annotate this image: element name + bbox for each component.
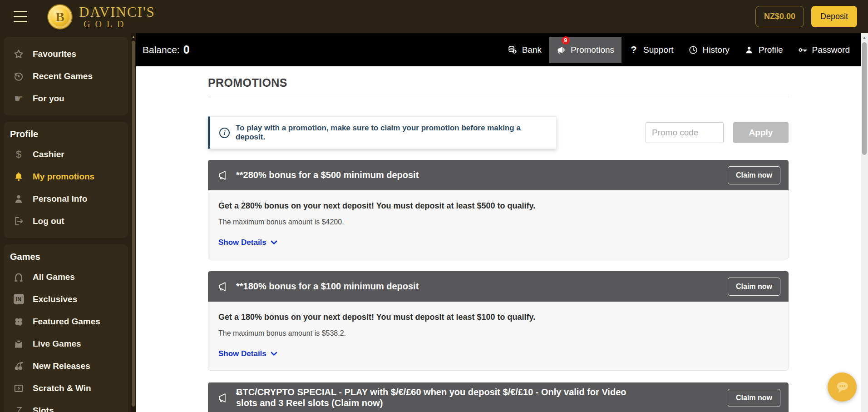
account-nav-bar: Balance: 0 Bank 9 P [136, 33, 861, 66]
nav-item-history[interactable]: History [681, 37, 737, 63]
scratch-ticket-icon [12, 383, 25, 394]
promotion-card-body: Get a 180% bonus on your next deposit! Y… [208, 302, 789, 371]
promotion-card-header: **280% bonus for a $500 minimum deposit … [208, 160, 789, 190]
sidebar-group-games: Games All Games IN Exclusives [4, 244, 128, 412]
sidebar-item-all-games[interactable]: All Games [4, 266, 128, 288]
deposit-button[interactable]: Deposit [811, 6, 857, 27]
balance-value: 0 [183, 43, 190, 56]
page-scrollbar-thumb[interactable] [862, 42, 867, 155]
claim-now-button[interactable]: Claim now [728, 389, 780, 407]
nav-item-profile[interactable]: Profile [737, 37, 790, 63]
nav-item-support[interactable]: ? Support [621, 37, 681, 63]
sidebar-group-quicklinks: Favourites Recent Games ☛ For you [4, 37, 128, 115]
key-icon [798, 45, 808, 55]
sidebar-item-label: Recent Games [33, 71, 93, 81]
logout-icon [12, 216, 25, 227]
balance-display: Balance: 0 [143, 43, 190, 56]
sidebar-item-favourites[interactable]: Favourites [4, 43, 128, 65]
brand-text: DAVINCI'S GOLD [79, 4, 155, 30]
sidebar-item-label: Slots [33, 406, 54, 412]
sidebar-item-my-promotions[interactable]: My promotions [4, 165, 128, 188]
brand-logo[interactable]: B DAVINCI'S GOLD [47, 4, 155, 30]
sidebar-item-label: Exclusives [33, 294, 77, 304]
promotion-title: ɃTC/CRYPTO SPECIAL - PLAY with $/€/£60 w… [236, 387, 636, 408]
coin-letter: B [55, 9, 64, 25]
sidebar-item-label: New Releases [33, 361, 90, 371]
promo-code-form: Apply [646, 122, 789, 143]
info-icon: i [219, 128, 230, 138]
nav-item-label: History [703, 45, 730, 55]
scroll-up-arrow-icon[interactable]: ▲ [131, 33, 136, 39]
nav-item-label: Bank [522, 45, 542, 55]
sidebar-section-title-games: Games [4, 250, 128, 266]
sidebar-item-label: Favourites [33, 49, 76, 59]
sidebar-item-personal-info[interactable]: Personal Info [4, 188, 128, 210]
sidebar-item-new-releases[interactable]: New Releases [4, 355, 128, 377]
promotion-card: ɃTC/CRYPTO SPECIAL - PLAY with $/€/£60 w… [208, 382, 789, 412]
promo-code-input[interactable] [646, 122, 724, 143]
sidebar-item-scratch-win[interactable]: Scratch & Win [4, 377, 128, 399]
nav-item-password[interactable]: Password [790, 37, 857, 63]
nav-item-label: Password [812, 45, 850, 55]
promotion-description: Get a 180% bonus on your next deposit! Y… [218, 313, 778, 322]
sidebar-item-exclusives[interactable]: IN Exclusives [4, 288, 128, 310]
sidebar-item-label: Log out [33, 216, 64, 226]
page-scrollbar[interactable]: ▲ [861, 33, 868, 412]
dollar-icon: $ [12, 149, 25, 160]
sidebar-scrollbar-thumb[interactable] [132, 41, 135, 407]
show-details-link[interactable]: Show Details [218, 349, 277, 358]
brand-line2: GOLD [79, 19, 155, 30]
coin-logo-icon: B [47, 4, 73, 30]
info-banner: i To play with a promotion, make sure to… [208, 116, 557, 149]
megaphone-icon [216, 169, 230, 181]
sidebar-item-log-out[interactable]: Log out [4, 210, 128, 232]
info-banner-text: To play with a promotion, make sure to c… [236, 124, 547, 142]
sidebar-item-label: For you [33, 94, 64, 104]
megaphone-icon [216, 281, 230, 293]
menu-icon[interactable] [14, 11, 29, 22]
page-title: PROMOTIONS [208, 76, 789, 89]
nav-item-promotions[interactable]: 9 Promotions [549, 37, 621, 63]
scroll-up-arrow-icon[interactable]: ▲ [861, 33, 868, 40]
balance-button[interactable]: NZ$0.00 [755, 6, 804, 27]
balance-label: Balance: [143, 45, 180, 55]
promotion-card-body: Get a 280% bonus on your next deposit! Y… [208, 190, 789, 259]
sidebar-item-featured-games[interactable]: Featured Games [4, 310, 128, 333]
bell-icon [12, 171, 25, 182]
horseshoe-icon [12, 272, 25, 283]
sidebar-item-for-you[interactable]: ☛ For you [4, 87, 128, 109]
claim-now-button[interactable]: Claim now [728, 278, 780, 296]
promotion-max-bonus: The maximum bonus amount is $538.2. [218, 329, 778, 338]
promotion-max-bonus: The maximum bonus amount is $4200. [218, 218, 778, 226]
sidebar-item-live-games[interactable]: Live Games [4, 333, 128, 355]
sidebar: Favourites Recent Games ☛ For you Profil… [0, 33, 131, 412]
app-window: B DAVINCI'S GOLD NZ$0.00 Deposit Favouri… [0, 0, 868, 412]
nav-item-bank[interactable]: Bank [500, 37, 549, 63]
title-divider [208, 97, 789, 97]
megaphone-icon [216, 392, 230, 404]
sidebar-item-recent-games[interactable]: Recent Games [4, 65, 128, 87]
sidebar-item-cashier[interactable]: $ Cashier [4, 143, 128, 165]
nav-item-label: Promotions [571, 45, 614, 55]
sidebar-item-slots[interactable]: 7 Slots [4, 399, 128, 412]
clover-icon [12, 316, 25, 327]
sidebar-item-label: All Games [33, 272, 75, 282]
question-mark-icon: ? [629, 45, 639, 55]
promotion-card-header: **180% bonus for a $100 minimum deposit … [208, 271, 789, 302]
dealer-tuxedo-icon [12, 338, 25, 349]
chevron-down-icon [271, 352, 277, 356]
apply-button[interactable]: Apply [733, 122, 789, 143]
person-icon [12, 194, 25, 204]
sidebar-section-title-profile: Profile [4, 128, 128, 143]
promotion-card: **180% bonus for a $100 minimum deposit … [208, 271, 789, 371]
show-details-link[interactable]: Show Details [218, 238, 277, 247]
brand-line1: DAVINCI'S [79, 4, 155, 20]
top-header: B DAVINCI'S GOLD NZ$0.00 Deposit [0, 0, 868, 33]
promotion-title: **280% bonus for a $500 minimum deposit [236, 170, 419, 181]
claim-now-button[interactable]: Claim now [728, 166, 780, 184]
clock-icon [688, 45, 698, 55]
nav-item-label: Support [643, 45, 674, 55]
nav-item-label: Profile [759, 45, 783, 55]
live-chat-button[interactable] [828, 372, 857, 402]
sidebar-scrollbar[interactable]: ▲ [131, 33, 136, 412]
